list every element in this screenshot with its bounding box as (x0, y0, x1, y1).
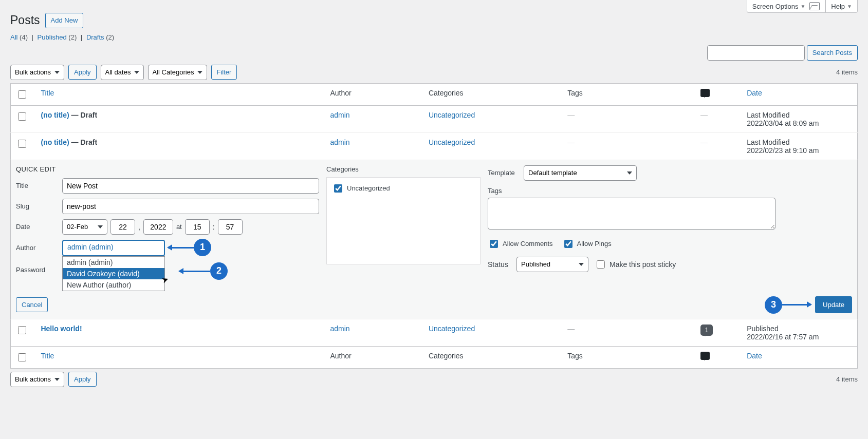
table-row: (no title) — Draft admin Uncategorized —… (11, 105, 858, 132)
filter-all-count: (4) (20, 33, 28, 41)
row-checkbox[interactable] (18, 112, 26, 121)
annotation-badge-1: 1 (194, 239, 211, 256)
column-title-footer[interactable]: Title (35, 346, 325, 368)
qe-year-input[interactable] (143, 219, 173, 235)
column-categories-footer: Categories (423, 346, 562, 368)
category-link[interactable]: Uncategorized (429, 111, 475, 119)
comment-icon[interactable] (700, 89, 710, 97)
update-button[interactable]: Update (815, 296, 852, 314)
author-link[interactable]: admin (330, 111, 349, 119)
add-new-button[interactable]: Add New (45, 13, 84, 28)
search-posts-button[interactable]: Search Posts (807, 45, 858, 61)
qe-categories-label: Categories (326, 165, 481, 173)
screen-options-tab[interactable]: Screen Options ▼ (747, 0, 826, 13)
post-title-link[interactable]: Hello world! (41, 325, 82, 333)
bulk-actions-select[interactable]: Bulk actions (10, 65, 64, 80)
row-checkbox[interactable] (18, 140, 26, 148)
filter-drafts-count: (2) (106, 33, 114, 41)
date-value: 2022/02/16 at 7:57 am (747, 333, 852, 341)
date-label: Last Modified (747, 138, 852, 146)
annotation-badge-2: 2 (210, 262, 228, 280)
help-label: Help (831, 3, 845, 10)
qe-month-select[interactable]: 02-Feb (62, 219, 107, 235)
qe-author-selected: admin (admin) (67, 243, 113, 251)
annotation-badge-3: 3 (765, 296, 782, 314)
allow-pings-option[interactable]: Allow Pings (562, 238, 612, 250)
quick-edit-heading: QUICK EDIT (16, 165, 319, 173)
qe-minute-input[interactable] (218, 219, 243, 235)
status-filter-links: All (4) | Published (2) | Drafts (2) (10, 33, 858, 41)
allow-comments-checkbox[interactable] (490, 240, 498, 248)
qe-tags-textarea[interactable] (488, 198, 775, 230)
dates-filter-select[interactable]: All dates (101, 65, 144, 80)
category-checkbox[interactable] (334, 184, 342, 193)
allow-comments-label: Allow Comments (503, 240, 553, 247)
author-option[interactable]: admin (admin) (63, 257, 164, 268)
category-link[interactable]: Uncategorized (429, 325, 475, 333)
qe-author-dropdown: admin (admin) David Ozokoye (david) New … (62, 256, 165, 291)
filter-drafts[interactable]: Drafts (86, 33, 104, 41)
select-all-checkbox[interactable] (18, 90, 26, 99)
qe-slug-input[interactable] (62, 199, 319, 214)
qe-hour-input[interactable] (185, 219, 210, 235)
author-link[interactable]: admin (330, 325, 349, 333)
column-tags: Tags (562, 83, 695, 105)
date-label: Last Modified (747, 111, 852, 119)
column-date[interactable]: Date (742, 83, 857, 105)
qe-password-label: Password (16, 266, 57, 274)
filter-all[interactable]: All (10, 33, 17, 41)
filter-published[interactable]: Published (38, 33, 67, 41)
qe-slug-label: Slug (16, 202, 57, 210)
comment-icon[interactable] (700, 352, 710, 360)
allow-pings-checkbox[interactable] (564, 240, 572, 248)
qe-categories-box[interactable]: Uncategorized (326, 177, 481, 264)
qe-tags-label: Tags (488, 187, 775, 195)
qe-status-select[interactable]: Published (516, 257, 588, 272)
annotation-arrow (782, 304, 811, 306)
category-name: Uncategorized (347, 184, 390, 192)
comments-empty: — (700, 138, 708, 146)
tags-empty: — (567, 325, 575, 333)
allow-pings-label: Allow Pings (577, 240, 612, 247)
qe-title-input[interactable] (62, 178, 319, 194)
caret-down-icon: ▼ (847, 4, 852, 9)
screen-options-label: Screen Options (752, 3, 799, 10)
comments-empty: — (700, 111, 708, 119)
qe-title-label: Title (16, 182, 57, 189)
category-link[interactable]: Uncategorized (429, 138, 475, 146)
table-row: (no title) — Draft admin Uncategorized —… (11, 132, 858, 160)
allow-comments-option[interactable]: Allow Comments (488, 238, 553, 250)
category-option[interactable]: Uncategorized (332, 183, 475, 194)
author-option[interactable]: New Author (author) (63, 279, 164, 291)
apply-button-bottom[interactable]: Apply (68, 372, 97, 387)
help-tab[interactable]: Help ▼ (825, 0, 858, 13)
filter-button[interactable]: Filter (211, 65, 237, 80)
post-title-link[interactable]: (no title) (41, 111, 69, 119)
categories-filter-select[interactable]: All Categories (148, 65, 207, 80)
table-row: Hello world! admin Uncategorized — 1 Pub… (11, 319, 858, 346)
post-title-link[interactable]: (no title) (41, 138, 69, 146)
quick-edit-panel: QUICK EDIT Title Slug Date 02-Fe (11, 160, 858, 319)
comment-badge[interactable]: 1 (700, 325, 713, 336)
items-count-bottom: 4 items (836, 375, 858, 383)
bulk-actions-select-bottom[interactable]: Bulk actions (10, 372, 64, 387)
qe-date-label: Date (16, 223, 57, 231)
cancel-button[interactable]: Cancel (16, 297, 48, 313)
row-checkbox[interactable] (18, 326, 26, 334)
search-input[interactable] (707, 45, 805, 61)
column-date-footer[interactable]: Date (742, 346, 857, 368)
post-status: — Draft (69, 111, 97, 119)
author-link[interactable]: admin (330, 138, 349, 146)
qe-template-label: Template (488, 169, 519, 177)
qe-day-input[interactable] (110, 219, 135, 235)
author-option-selected[interactable]: David Ozokoye (david) (63, 268, 164, 279)
filter-published-count: (2) (68, 33, 77, 41)
select-all-checkbox-footer[interactable] (18, 353, 26, 361)
sticky-option[interactable]: Make this post sticky (595, 259, 676, 270)
apply-button[interactable]: Apply (68, 65, 97, 80)
column-author-footer: Author (325, 346, 423, 368)
sticky-checkbox[interactable] (597, 260, 605, 269)
qe-author-select[interactable]: admin (admin) (62, 240, 165, 256)
qe-template-select[interactable]: Default template (524, 165, 637, 181)
column-title[interactable]: Title (35, 83, 325, 105)
